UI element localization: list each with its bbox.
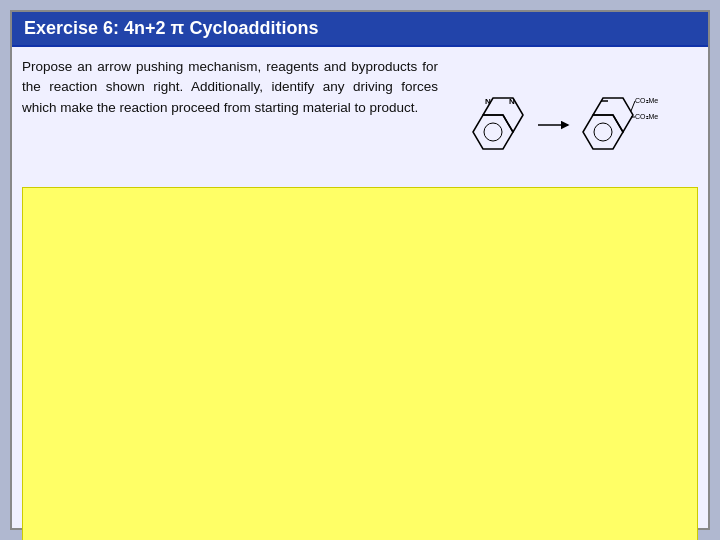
- nitrogen-label-2: N: [485, 97, 491, 106]
- reaction-panel: N N CO₂Me CO₂Me: [448, 57, 698, 167]
- reaction-diagram: N N CO₂Me CO₂Me: [453, 62, 693, 162]
- svg-point-1: [484, 123, 502, 141]
- slide-title-bar: Exercise 6: 4n+2 π Cycloadditions: [12, 12, 708, 47]
- content-area: Propose an arrow pushing mechanism, reag…: [12, 47, 708, 177]
- svg-marker-6: [593, 98, 633, 132]
- svg-marker-0: [473, 115, 513, 149]
- svg-marker-4: [583, 115, 623, 149]
- co2me-label-1: CO₂Me: [635, 97, 658, 104]
- slide-title: Exercise 6: 4n+2 π Cycloadditions: [24, 18, 318, 38]
- slide-container: Exercise 6: 4n+2 π Cycloadditions Propos…: [10, 10, 710, 530]
- co2me-label-2: CO₂Me: [635, 113, 658, 120]
- svg-point-5: [594, 123, 612, 141]
- nitrogen-label-1: N: [509, 97, 515, 106]
- svg-line-8: [631, 101, 635, 111]
- answer-box: [22, 187, 698, 540]
- problem-description: Propose an arrow pushing mechanism, reag…: [22, 57, 438, 167]
